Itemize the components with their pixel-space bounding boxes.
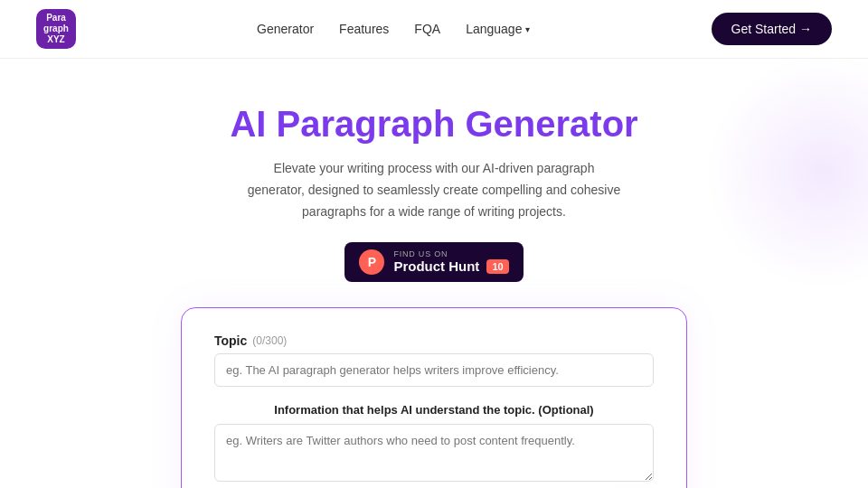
get-started-button[interactable]: Get Started →: [712, 13, 832, 45]
ph-count: 10: [486, 259, 508, 274]
topic-input[interactable]: [214, 353, 654, 387]
nav-generator[interactable]: Generator: [257, 22, 314, 36]
language-label: Language: [466, 22, 522, 36]
chevron-down-icon: ▾: [525, 24, 530, 34]
char-count: (0/300): [252, 334, 287, 347]
ph-text-block: FIND US ON Product Hunt 10: [393, 249, 508, 275]
info-textarea[interactable]: [214, 424, 654, 482]
nav-language[interactable]: Language ▾: [466, 22, 530, 36]
nav-fqa[interactable]: FQA: [414, 22, 440, 36]
logo-box: ParagraphXYZ: [36, 9, 76, 49]
info-label: Information that helps AI understand the…: [214, 403, 654, 417]
hero-description: Elevate your writing process with our AI…: [244, 158, 624, 222]
nav-features[interactable]: Features: [339, 22, 389, 36]
navbar: ParagraphXYZ Generator Features FQA Lang…: [0, 0, 868, 59]
logo[interactable]: ParagraphXYZ: [36, 9, 76, 49]
ph-icon: P: [359, 249, 384, 275]
ph-find-label: FIND US ON: [393, 249, 448, 258]
ph-name: Product Hunt: [393, 258, 479, 275]
product-hunt-badge[interactable]: P FIND US ON Product Hunt 10: [344, 242, 523, 282]
nav-links: Generator Features FQA Language ▾: [257, 22, 530, 36]
generator-form-card: Topic (0/300) Information that helps AI …: [181, 307, 687, 488]
topic-label: Topic (0/300): [214, 333, 654, 348]
hero-title: AI Paragraph Generator: [18, 102, 850, 145]
hero-section: AI Paragraph Generator Elevate your writ…: [0, 59, 868, 488]
